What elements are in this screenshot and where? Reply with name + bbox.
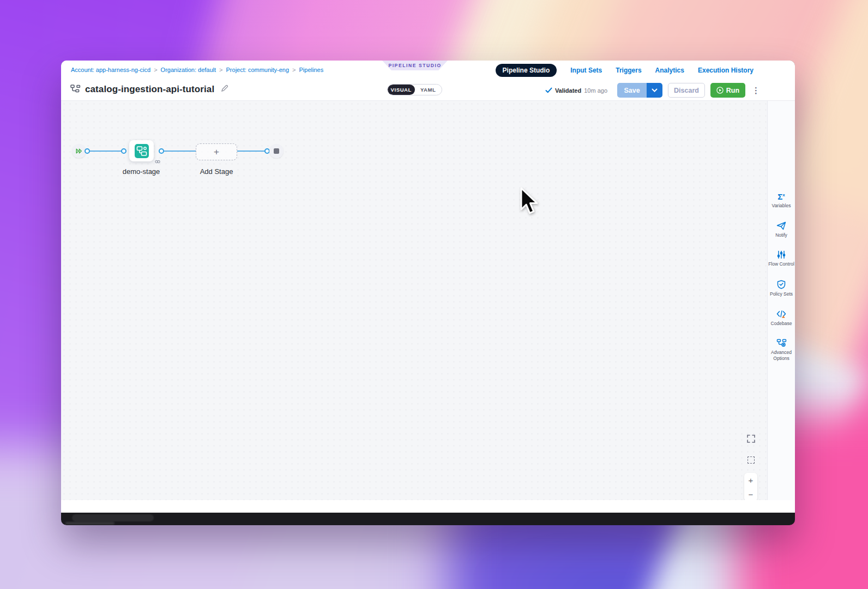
discard-button[interactable]: Discard	[668, 83, 705, 98]
zoom-in-button[interactable]: +	[749, 476, 754, 484]
page-title: catalog-ingestion-api-tutorial	[85, 84, 214, 95]
rail-item-variables[interactable]: Σx Variables	[768, 193, 794, 209]
breadcrumb-separator: >	[219, 67, 222, 73]
paper-plane-icon	[776, 221, 786, 230]
stop-square-icon	[274, 148, 279, 154]
stage-link-icon	[155, 156, 160, 166]
pipeline-canvas[interactable]: + demo-stage Add Stage + −	[61, 101, 767, 500]
visual-yaml-toggle: VISUAL YAML	[387, 84, 442, 95]
sliders-icon	[777, 250, 786, 259]
shield-check-icon	[777, 280, 786, 289]
check-icon	[545, 87, 552, 93]
breadcrumb-separator: >	[292, 67, 296, 73]
save-button[interactable]: Save	[617, 83, 647, 98]
rail-item-codebase[interactable]: Codebase	[768, 310, 794, 327]
rail-item-policy-sets[interactable]: Policy Sets	[768, 280, 794, 297]
breadcrumb-project[interactable]: Project: community-eng	[226, 67, 290, 73]
fullscreen-button[interactable]	[744, 431, 758, 446]
tab-execution-history[interactable]: Execution History	[698, 67, 754, 74]
zoom-control-group: + −	[744, 473, 757, 500]
fit-to-screen-icon	[748, 456, 755, 464]
save-split-button: Save	[617, 83, 662, 98]
breadcrumb-organization[interactable]: Organization: default	[161, 67, 216, 73]
add-stage-label: Add Stage	[189, 167, 244, 176]
studio-nav-tabs: Pipeline Studio Input Sets Triggers Anal…	[496, 64, 754, 77]
app-surface: Account: app-harness-ng-cicd > Organizat…	[61, 61, 795, 513]
tab-input-sets[interactable]: Input Sets	[570, 67, 602, 74]
chevron-down-icon	[652, 88, 658, 92]
breadcrumb: Account: app-harness-ng-cicd > Organizat…	[71, 67, 323, 73]
connector-port[interactable]	[85, 148, 90, 154]
toggle-yaml[interactable]: YAML	[415, 85, 442, 95]
mouse-cursor	[516, 186, 539, 217]
breadcrumb-separator: >	[154, 67, 157, 73]
validated-label: Validated	[555, 87, 581, 94]
header-actions: Validated 10m ago Save Discard Run ⋮	[545, 83, 760, 98]
pipeline-edge	[164, 151, 196, 152]
plus-icon: +	[214, 147, 219, 158]
connector-port[interactable]	[121, 148, 126, 154]
breadcrumb-pipelines[interactable]: Pipelines	[299, 67, 324, 73]
validation-status: Validated 10m ago	[545, 87, 607, 94]
edit-title-icon[interactable]	[221, 85, 228, 94]
top-bar: Account: app-harness-ng-cicd > Organizat…	[61, 61, 795, 79]
pipeline-edge	[90, 151, 122, 152]
code-icon	[776, 310, 786, 318]
tab-triggers[interactable]: Triggers	[616, 67, 641, 74]
tab-pipeline-studio[interactable]: Pipeline Studio	[496, 64, 557, 77]
pipeline-icon	[70, 85, 81, 95]
fit-to-screen-button[interactable]	[744, 453, 758, 467]
rail-item-advanced-options[interactable]: Advanced Options	[768, 339, 794, 361]
connector-port[interactable]	[159, 148, 164, 154]
run-button[interactable]: Run	[710, 83, 745, 98]
stage-label: demo-stage	[114, 167, 168, 176]
flowchart-gear-icon	[776, 339, 787, 347]
custom-stage-icon	[134, 143, 149, 159]
validated-time: 10m ago	[584, 87, 607, 94]
right-tool-rail: Σx Variables Notify Flow Control	[767, 101, 795, 500]
fullscreen-icon	[747, 435, 755, 443]
tab-analytics[interactable]: Analytics	[655, 67, 684, 74]
more-options-icon[interactable]: ⋮	[752, 86, 760, 94]
toggle-visual[interactable]: VISUAL	[388, 85, 415, 95]
run-play-icon	[716, 87, 724, 94]
start-play-icon	[76, 148, 82, 154]
rail-item-flow-control[interactable]: Flow Control	[768, 250, 794, 267]
breadcrumb-account[interactable]: Account: app-harness-ng-cicd	[71, 67, 150, 73]
stage-node-demo-stage[interactable]	[129, 140, 154, 161]
pipeline-studio-window: Account: app-harness-ng-cicd > Organizat…	[61, 61, 795, 525]
rail-item-notify[interactable]: Notify	[768, 221, 794, 238]
header-bar: catalog-ingestion-api-tutorial VISUAL YA…	[61, 79, 795, 101]
add-stage-button[interactable]: +	[196, 143, 237, 160]
pipeline-end-node[interactable]	[269, 144, 284, 158]
zoom-out-button[interactable]: −	[749, 490, 754, 498]
sigma-x-icon: Σx	[777, 193, 785, 201]
save-dropdown-button[interactable]	[647, 83, 662, 98]
pipeline-studio-ribbon: PIPELINE STUDIO	[382, 61, 448, 70]
pipeline-edge	[237, 151, 265, 152]
